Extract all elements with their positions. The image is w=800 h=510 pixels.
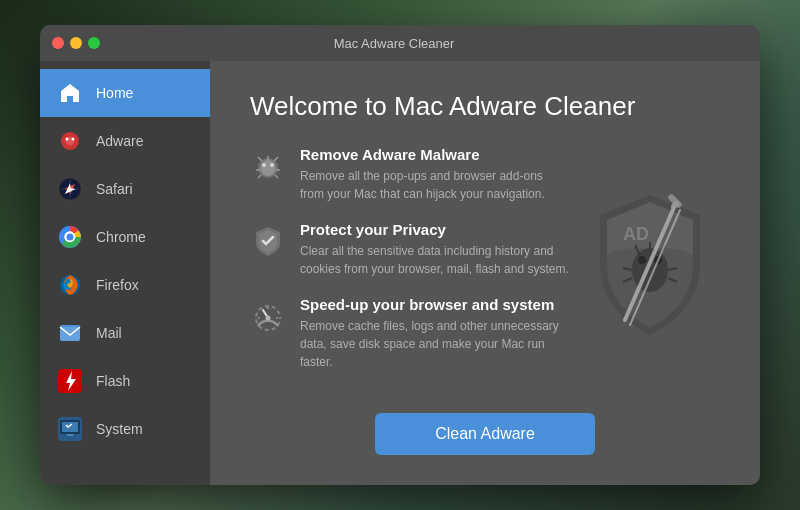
feature-desc-speed-up: Remove cache files, logs and other unnec… xyxy=(300,317,570,371)
feature-heading-protect-privacy: Protect your Privacy xyxy=(300,221,570,238)
sidebar-item-adware[interactable]: Adware xyxy=(40,117,210,165)
feature-heading-remove-adware: Remove Adware Malware xyxy=(300,146,570,163)
svg-point-35 xyxy=(638,256,646,264)
sidebar-item-home[interactable]: Home xyxy=(40,69,210,117)
mail-icon xyxy=(56,319,84,347)
sidebar-item-flash[interactable]: Flash xyxy=(40,357,210,405)
feature-speed-up: Speed-up your browser and system Remove … xyxy=(250,296,570,371)
sidebar-label-chrome: Chrome xyxy=(96,229,146,245)
svg-rect-17 xyxy=(60,325,80,327)
feature-desc-protect-privacy: Clear all the sensitive data including h… xyxy=(300,242,570,278)
chrome-icon xyxy=(56,223,84,251)
firefox-icon xyxy=(56,271,84,299)
feature-text-speed-up: Speed-up your browser and system Remove … xyxy=(300,296,570,371)
sidebar-label-system: System xyxy=(96,421,143,437)
svg-text:AD: AD xyxy=(623,224,649,244)
svg-point-27 xyxy=(270,163,274,167)
clean-button-area: Clean Adware xyxy=(250,413,720,455)
clean-adware-button[interactable]: Clean Adware xyxy=(375,413,595,455)
feature-heading-speed-up: Speed-up your browser and system xyxy=(300,296,570,313)
safari-icon xyxy=(56,175,84,203)
shield-graphic: AD xyxy=(580,136,720,393)
shield-feature-icon xyxy=(250,223,286,259)
home-icon xyxy=(56,79,84,107)
svg-rect-16 xyxy=(60,325,80,341)
content-area: Welcome to Mac Adware Cleaner xyxy=(210,61,760,485)
sidebar-item-system[interactable]: System xyxy=(40,405,210,453)
sidebar-label-mail: Mail xyxy=(96,325,122,341)
feature-text-remove-adware: Remove Adware Malware Remove all the pop… xyxy=(300,146,570,203)
svg-rect-23 xyxy=(65,436,75,438)
features-area: Remove Adware Malware Remove all the pop… xyxy=(250,146,720,393)
svg-point-12 xyxy=(67,234,74,241)
bug-feature-icon xyxy=(250,148,286,184)
sidebar-label-flash: Flash xyxy=(96,373,130,389)
sidebar-item-chrome[interactable]: Chrome xyxy=(40,213,210,261)
svg-point-1 xyxy=(66,138,69,141)
adware-icon xyxy=(56,127,84,155)
page-title: Welcome to Mac Adware Cleaner xyxy=(250,91,720,122)
sidebar-label-safari: Safari xyxy=(96,181,133,197)
sidebar-item-safari[interactable]: Safari xyxy=(40,165,210,213)
sidebar: Home Adware xyxy=(40,61,210,485)
svg-rect-22 xyxy=(67,434,73,436)
window-title: Mac Adware Cleaner xyxy=(40,36,748,51)
speed-feature-icon xyxy=(250,298,286,334)
feature-protect-privacy: Protect your Privacy Clear all the sensi… xyxy=(250,221,570,278)
features-list: Remove Adware Malware Remove all the pop… xyxy=(250,146,570,393)
sidebar-item-firefox[interactable]: Firefox xyxy=(40,261,210,309)
system-icon xyxy=(56,415,84,443)
sidebar-label-home: Home xyxy=(96,85,133,101)
sidebar-item-mail[interactable]: Mail xyxy=(40,309,210,357)
flash-icon xyxy=(56,367,84,395)
sidebar-label-firefox: Firefox xyxy=(96,277,139,293)
feature-text-protect-privacy: Protect your Privacy Clear all the sensi… xyxy=(300,221,570,278)
app-window: Mac Adware Cleaner Home xyxy=(40,25,760,485)
svg-rect-21 xyxy=(62,422,78,432)
sidebar-label-adware: Adware xyxy=(96,133,143,149)
svg-point-2 xyxy=(72,138,75,141)
feature-remove-adware: Remove Adware Malware Remove all the pop… xyxy=(250,146,570,203)
svg-point-30 xyxy=(266,316,271,321)
feature-desc-remove-adware: Remove all the pop-ups and browser add-o… xyxy=(300,167,570,203)
title-bar: Mac Adware Cleaner xyxy=(40,25,760,61)
svg-point-26 xyxy=(262,163,266,167)
main-area: Home Adware xyxy=(40,61,760,485)
svg-point-34 xyxy=(632,248,668,292)
